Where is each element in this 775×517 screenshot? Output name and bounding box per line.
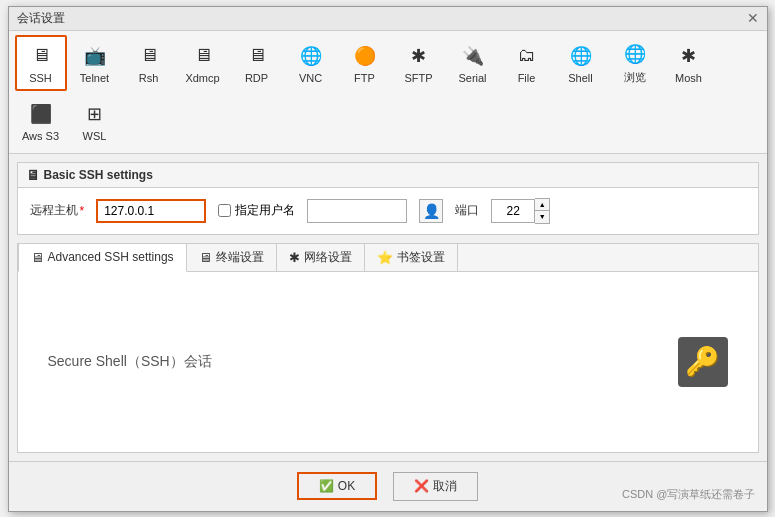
- protocol-icon-sftp: ✱: [405, 42, 433, 70]
- username-input[interactable]: [307, 199, 407, 223]
- protocol-btn-xdmcp[interactable]: 🖥 Xdmcp: [177, 35, 229, 91]
- port-input-group: ▲ ▼: [491, 198, 550, 224]
- tab-label-advanced-ssh: Advanced SSH settings: [48, 250, 174, 264]
- protocol-label-shell: Shell: [568, 72, 592, 84]
- protocol-icon-rsh: 🖥: [135, 42, 163, 70]
- main-content-panel: Secure Shell（SSH）会话 🔑: [18, 272, 758, 452]
- main-window: 会话设置 ✕ 🖥 SSH 📺 Telnet 🖥 Rsh 🖥 Xdmcp 🖥 RD…: [8, 6, 768, 512]
- tab-label-bookmark: 书签设置: [397, 249, 445, 266]
- footer: ✅ OK ❌ 取消: [9, 461, 767, 511]
- protocol-icon-telnet: 📺: [81, 42, 109, 70]
- cancel-icon: ❌: [414, 479, 429, 493]
- basic-settings-title: Basic SSH settings: [44, 168, 153, 182]
- tabs-section: 🖥 Advanced SSH settings 🖥 终端设置 ✱ 网络设置 ⭐ …: [17, 243, 759, 453]
- protocol-icon-ftp: 🟠: [351, 42, 379, 70]
- tab-icon-bookmark: ⭐: [377, 250, 393, 265]
- protocol-toolbar: 🖥 SSH 📺 Telnet 🖥 Rsh 🖥 Xdmcp 🖥 RDP 🌐 VNC…: [9, 31, 767, 154]
- tab-network[interactable]: ✱ 网络设置: [277, 244, 365, 271]
- protocol-label-rdp: RDP: [245, 72, 268, 84]
- tab-terminal[interactable]: 🖥 终端设置: [187, 244, 277, 271]
- tab-icon-network: ✱: [289, 250, 300, 265]
- tab-label-network: 网络设置: [304, 249, 352, 266]
- protocol-btn-sftp[interactable]: ✱ SFTP: [393, 35, 445, 91]
- content-area: 🖥 Basic SSH settings 远程主机 * 指定用户名: [9, 154, 767, 461]
- basic-settings-body: 远程主机 * 指定用户名 👤 端口: [18, 188, 758, 234]
- key-icon-box: 🔑: [678, 337, 728, 387]
- protocol-label-browse: 浏览: [624, 70, 646, 85]
- protocol-btn-serial[interactable]: 🔌 Serial: [447, 35, 499, 91]
- ok-icon: ✅: [319, 479, 334, 493]
- session-description: Secure Shell（SSH）会话: [48, 353, 212, 371]
- protocol-btn-telnet[interactable]: 📺 Telnet: [69, 35, 121, 91]
- protocol-icon-xdmcp: 🖥: [189, 42, 217, 70]
- title-bar: 会话设置 ✕: [9, 7, 767, 31]
- basic-settings-header: 🖥 Basic SSH settings: [18, 163, 758, 188]
- host-label: 远程主机 *: [30, 202, 85, 219]
- protocol-label-sftp: SFTP: [404, 72, 432, 84]
- basic-settings-section: 🖥 Basic SSH settings 远程主机 * 指定用户名: [17, 162, 759, 235]
- protocol-label-wsl: WSL: [83, 130, 107, 142]
- tabs-header: 🖥 Advanced SSH settings 🖥 终端设置 ✱ 网络设置 ⭐ …: [18, 244, 758, 272]
- protocol-btn-mosh[interactable]: ✱ Mosh: [663, 35, 715, 91]
- protocol-label-mosh: Mosh: [675, 72, 702, 84]
- protocol-btn-ftp[interactable]: 🟠 FTP: [339, 35, 391, 91]
- protocol-btn-rdp[interactable]: 🖥 RDP: [231, 35, 283, 91]
- tab-icon-advanced-ssh: 🖥: [31, 250, 44, 265]
- protocol-label-rsh: Rsh: [139, 72, 159, 84]
- host-input[interactable]: [96, 199, 206, 223]
- window-title: 会话设置: [17, 10, 65, 27]
- port-input[interactable]: [491, 199, 535, 223]
- protocol-label-xdmcp: Xdmcp: [185, 72, 219, 84]
- protocol-btn-shell[interactable]: 🌐 Shell: [555, 35, 607, 91]
- protocol-btn-wsl[interactable]: ⊞ WSL: [69, 93, 121, 149]
- port-up-button[interactable]: ▲: [535, 199, 549, 211]
- ok-button[interactable]: ✅ OK: [297, 472, 377, 500]
- cancel-button[interactable]: ❌ 取消: [393, 472, 478, 501]
- user-browse-icon: 👤: [423, 203, 440, 219]
- port-label: 端口: [455, 202, 479, 219]
- protocol-icon-mosh: ✱: [675, 42, 703, 70]
- protocol-label-telnet: Telnet: [80, 72, 109, 84]
- protocol-label-ssh: SSH: [29, 72, 52, 84]
- tab-advanced-ssh[interactable]: 🖥 Advanced SSH settings: [18, 244, 187, 272]
- protocol-btn-file[interactable]: 🗂 File: [501, 35, 553, 91]
- cancel-label: 取消: [433, 478, 457, 495]
- protocol-label-awss3: Aws S3: [22, 130, 59, 142]
- port-spinners: ▲ ▼: [535, 198, 550, 224]
- protocol-icon-vnc: 🌐: [297, 42, 325, 70]
- basic-settings-icon: 🖥: [26, 167, 40, 183]
- close-button[interactable]: ✕: [747, 11, 759, 25]
- user-browse-button[interactable]: 👤: [419, 199, 443, 223]
- protocol-label-vnc: VNC: [299, 72, 322, 84]
- tab-label-terminal: 终端设置: [216, 249, 264, 266]
- port-down-button[interactable]: ▼: [535, 211, 549, 223]
- protocol-icon-browse: 🌐: [621, 40, 649, 68]
- protocol-icon-ssh: 🖥: [27, 42, 55, 70]
- protocol-btn-rsh[interactable]: 🖥 Rsh: [123, 35, 175, 91]
- protocol-icon-shell: 🌐: [567, 42, 595, 70]
- protocol-icon-serial: 🔌: [459, 42, 487, 70]
- specify-user-group: 指定用户名: [218, 202, 295, 219]
- protocol-label-file: File: [518, 72, 536, 84]
- protocol-btn-browse[interactable]: 🌐 浏览: [609, 35, 661, 91]
- protocol-label-serial: Serial: [458, 72, 486, 84]
- protocol-btn-ssh[interactable]: 🖥 SSH: [15, 35, 67, 91]
- protocol-icon-wsl: ⊞: [81, 100, 109, 128]
- tab-icon-terminal: 🖥: [199, 250, 212, 265]
- specify-user-checkbox[interactable]: [218, 204, 231, 217]
- protocol-btn-vnc[interactable]: 🌐 VNC: [285, 35, 337, 91]
- protocol-icon-awss3: ⬛: [27, 100, 55, 128]
- key-icon: 🔑: [685, 345, 720, 378]
- watermark: CSDN @写演草纸还需卷子: [622, 487, 755, 502]
- protocol-label-ftp: FTP: [354, 72, 375, 84]
- protocol-icon-file: 🗂: [513, 42, 541, 70]
- specify-user-label: 指定用户名: [235, 202, 295, 219]
- ok-label: OK: [338, 479, 355, 493]
- protocol-btn-awss3[interactable]: ⬛ Aws S3: [15, 93, 67, 149]
- tab-bookmark[interactable]: ⭐ 书签设置: [365, 244, 458, 271]
- protocol-icon-rdp: 🖥: [243, 42, 271, 70]
